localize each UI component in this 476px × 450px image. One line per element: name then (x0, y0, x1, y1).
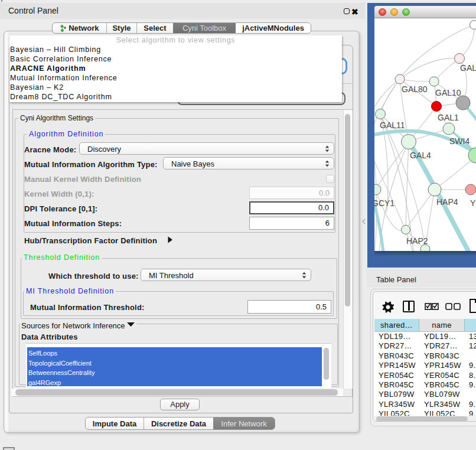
svg-text:GAL4: GAL4 (410, 151, 431, 160)
svg-text:GAL10: GAL10 (435, 88, 461, 97)
svg-text:SWI4: SWI4 (449, 136, 470, 146)
svg-text:Y: Y (470, 198, 476, 208)
svg-text:HAP2: HAP2 (406, 236, 428, 246)
svg-text:HAP4: HAP4 (436, 197, 458, 207)
svg-text:GAL1: GAL1 (438, 113, 459, 122)
svg-text:GAL80: GAL80 (402, 84, 428, 94)
svg-text:GAL: GAL (460, 63, 476, 73)
svg-text:GCY1: GCY1 (374, 198, 395, 208)
svg-text:GAL11: GAL11 (380, 120, 405, 130)
